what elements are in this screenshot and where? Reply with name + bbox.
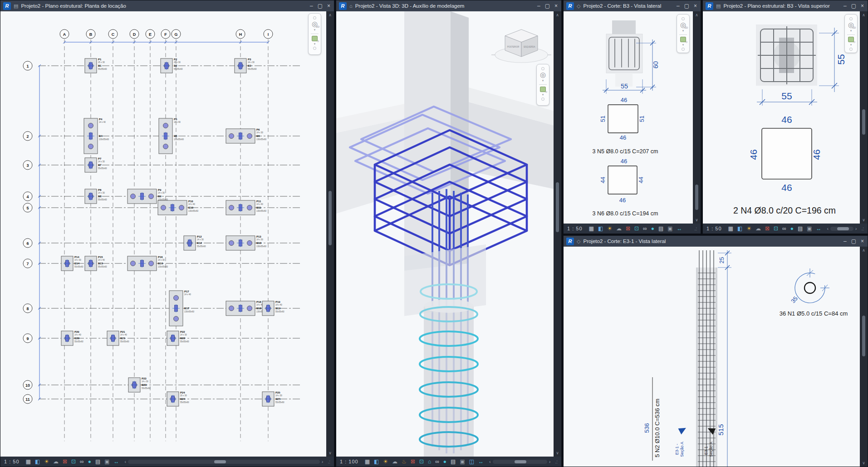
scale-label[interactable]: 1 : 100: [340, 459, 358, 464]
worksharing-icon[interactable]: ▣: [460, 459, 465, 464]
navigation-bar[interactable]: ◎2D ▾ ▾: [308, 13, 321, 55]
detail-level-icon[interactable]: ▦: [26, 459, 31, 464]
shadows-icon[interactable]: ☁: [755, 226, 761, 231]
close-button[interactable]: ×: [554, 3, 558, 9]
navbar-more-icon[interactable]: [682, 48, 685, 51]
footing-P17[interactable]: P1714 x 40B17130x55x60: [169, 290, 195, 326]
footing-P8[interactable]: P814 x 30B855x55x60: [85, 189, 107, 204]
sun-path-icon[interactable]: ☀: [607, 226, 612, 231]
minimize-button[interactable]: –: [677, 3, 680, 9]
viewcube[interactable]: POSTERIOR ESQUERDA: [491, 29, 551, 63]
footing-P4[interactable]: P414 x 40B4130x55x60: [84, 118, 109, 154]
temporary-hide-icon[interactable]: ●: [790, 226, 794, 231]
footing-P14[interactable]: P1414 x 30B1455x55x60: [61, 256, 83, 271]
footing-P23[interactable]: P2314 x 30B2355x55x60: [128, 377, 151, 392]
chevron-down-icon[interactable]: ▾: [314, 42, 316, 46]
steering-wheel-icon[interactable]: ◎: [540, 71, 546, 78]
sun-path-icon[interactable]: ☀: [44, 459, 49, 464]
maximize-button[interactable]: ▢: [318, 3, 323, 9]
reveal-constraints-icon[interactable]: ▤: [95, 459, 100, 464]
navbar-more-icon[interactable]: [849, 48, 853, 51]
close-button[interactable]: ×: [861, 3, 864, 9]
show-crop-icon[interactable]: ⊡: [419, 459, 424, 464]
visual-style-icon[interactable]: ◧: [598, 226, 603, 231]
footing-P11[interactable]: P1114 x 40B11130x55x60: [226, 200, 267, 215]
titlebar-corte-b3[interactable]: R ◇ Projeto2 - Corte: B3 - Vista lateral…: [564, 0, 701, 11]
navigation-bar[interactable]: ◎2D ▾ ▾: [844, 14, 858, 53]
visual-style-icon[interactable]: ◧: [35, 459, 40, 464]
navbar-pin-icon[interactable]: [541, 67, 544, 70]
detail-level-icon[interactable]: ▦: [728, 226, 733, 231]
shadows-icon[interactable]: ☁: [53, 459, 59, 464]
chevron-down-icon[interactable]: ▾: [850, 43, 852, 47]
lock-orientation-icon[interactable]: ⌂: [428, 459, 431, 464]
temporary-hide-icon[interactable]: ●: [651, 226, 654, 231]
vertical-scrollbar[interactable]: ∧ ∨: [693, 11, 701, 224]
detail-level-icon[interactable]: ▦: [365, 459, 370, 464]
close-button[interactable]: ×: [327, 3, 330, 9]
corte-e31-canvas[interactable]: 25 515 536 5 N2 Ø10.0 C=536 cm E3-1 - Se…: [564, 247, 868, 467]
navbar-pin-icon[interactable]: [682, 17, 685, 20]
vertical-scrollbar[interactable]: ∧ ∨: [326, 11, 334, 457]
titlebar-corte-e31[interactable]: R ◇ Projeto2 - Corte: E3-1 - Vista later…: [564, 236, 868, 247]
navbar-pin-icon[interactable]: [313, 16, 316, 19]
navbar-more-icon[interactable]: [541, 97, 544, 101]
shadows-icon[interactable]: ☁: [616, 226, 622, 231]
zoom-icon[interactable]: [848, 37, 854, 42]
titlebar-plano-b3[interactable]: R ▤ Projeto2 - Plano estrutural: B3 - Vi…: [703, 0, 868, 11]
crop-view-icon[interactable]: ⊠: [63, 459, 67, 464]
render-icon[interactable]: ♨: [402, 459, 407, 464]
plano-b3-canvas[interactable]: 55 55 46 46 46 46 2 N4 Ø8.0 c/20 C=196 c…: [703, 11, 868, 224]
chevron-down-icon[interactable]: ▾: [682, 29, 684, 33]
worksharing-icon[interactable]: ▣: [807, 226, 812, 231]
close-button[interactable]: ×: [694, 3, 697, 9]
navbar-pin-icon[interactable]: [849, 17, 853, 20]
footing-P13[interactable]: P1314 x 30B13130x55x60: [226, 235, 267, 250]
detail-level-icon[interactable]: ▦: [589, 226, 594, 231]
horizontal-scrollbar[interactable]: ‹ ›: [125, 459, 324, 464]
zoom-icon[interactable]: [312, 36, 318, 41]
maximize-button[interactable]: ▢: [851, 238, 856, 244]
sun-path-icon[interactable]: ☀: [746, 226, 751, 231]
navigation-bar[interactable]: ◎ ▾ ▾: [536, 64, 549, 106]
crop-view-icon[interactable]: ⊠: [626, 226, 630, 231]
visual-style-icon[interactable]: ◧: [737, 226, 742, 231]
vertical-scrollbar[interactable]: ∧ ∨: [860, 247, 868, 467]
chevron-down-icon[interactable]: ▾: [314, 28, 316, 32]
resize-grip[interactable]: .:: [555, 459, 558, 464]
resize-grip[interactable]: .:: [694, 226, 697, 231]
footing-P10[interactable]: P1014 x 40B10130x55x60: [158, 200, 199, 215]
scale-label[interactable]: 1 : 50: [4, 459, 20, 464]
maximize-button[interactable]: ▢: [545, 3, 550, 9]
steering-wheel-icon[interactable]: ◎2D: [312, 20, 318, 27]
box-isolate-icon[interactable]: ◫: [469, 459, 474, 464]
footing-P1[interactable]: P125 x 30B155x55x60: [85, 58, 107, 73]
minimize-button[interactable]: –: [843, 3, 847, 9]
minimize-button[interactable]: –: [537, 3, 540, 9]
steering-wheel-icon[interactable]: ◎2D: [680, 21, 686, 28]
measure-icon[interactable]: ↔: [478, 459, 484, 464]
horizontal-scrollbar[interactable]: ‹ ›: [489, 459, 550, 464]
reveal-hidden-icon[interactable]: ∞: [782, 226, 786, 231]
footing-P20[interactable]: P2014 x 40B2055x55x60: [61, 331, 83, 345]
footing-P6[interactable]: P614 x 30B6130x55x60: [226, 128, 267, 143]
footing-P22[interactable]: P2214 x 30B2255x55x60: [167, 331, 189, 345]
reveal-constraints-icon[interactable]: ▤: [451, 459, 456, 464]
show-crop-icon[interactable]: ⊡: [774, 226, 778, 231]
resize-grip[interactable]: .:: [328, 459, 330, 464]
measure-icon[interactable]: ↔: [677, 226, 682, 231]
footing-P25[interactable]: P2514 x 30B2555x55x60: [262, 391, 284, 406]
reveal-constraints-icon[interactable]: ▤: [658, 226, 663, 231]
titlebar-3d[interactable]: R ⌂ Projeto2 - Vista 3D: 3D - Auxílio de…: [336, 0, 561, 11]
maximize-button[interactable]: ▢: [684, 3, 689, 9]
footing-P12[interactable]: P1214 x 30B1255x55x60: [184, 235, 206, 250]
chevron-down-icon[interactable]: ▾: [850, 29, 852, 33]
3d-canvas[interactable]: POSTERIOR ESQUERDA ◎ ▾ ▾ ∧ ∨: [336, 11, 561, 457]
chevron-down-icon[interactable]: ▾: [682, 43, 684, 47]
plan-canvas[interactable]: ABCDEFGHI1234567891011P125 x 30B155x55x6…: [0, 11, 334, 457]
temporary-hide-icon[interactable]: ●: [88, 459, 91, 464]
navigation-bar[interactable]: ◎2D ▾ ▾: [677, 14, 690, 53]
footing-P19[interactable]: P1914 x 40B1955x55x60: [262, 301, 284, 316]
footing-P24[interactable]: P2420 x 30B2455x55x60: [167, 391, 189, 406]
crop-view-icon[interactable]: ⊠: [411, 459, 415, 464]
